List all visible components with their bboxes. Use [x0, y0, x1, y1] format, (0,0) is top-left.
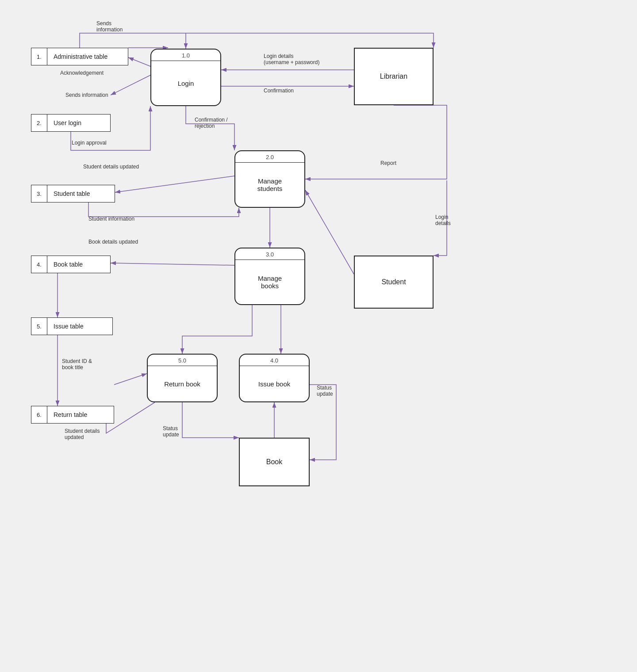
label-sends-info: Sends information [96, 20, 123, 33]
label-login-approval: Login approval [72, 140, 107, 146]
store-administrative: 1. Administrative table [31, 48, 128, 65]
process-return-book-label: Return book [160, 366, 205, 401]
process-manage-books-label: Manage books [253, 260, 286, 304]
entity-book-label: Book [266, 458, 282, 466]
store-user-login-num: 2. [31, 115, 47, 131]
entity-student: Student [354, 256, 434, 309]
store-student-table: 3. Student table [31, 185, 115, 202]
diagram-container: 1.0 Login 2.0 Manage students 3.0 Manage… [0, 0, 637, 672]
label-report: Report [380, 160, 396, 166]
store-issue-table-name: Issue table [47, 323, 90, 330]
svg-line-5 [115, 176, 234, 192]
process-return-book-number: 5.0 [148, 355, 217, 366]
store-book-table: 4. Book table [31, 256, 111, 273]
label-acknowledgement: Acknowledgement [60, 70, 104, 76]
process-issue-book-label: Issue book [254, 366, 295, 401]
svg-line-12 [114, 374, 147, 385]
process-manage-students-number: 2.0 [235, 151, 304, 163]
entity-book: Book [239, 438, 310, 486]
store-student-table-num: 3. [31, 185, 47, 202]
process-manage-students-label: Manage students [253, 163, 287, 207]
process-login-label: Login [173, 61, 199, 105]
process-issue-book: 4.0 Issue book [239, 354, 310, 402]
arrows-svg [0, 0, 637, 672]
store-book-table-name: Book table [47, 261, 89, 268]
label-book-details-updated: Book details updated [88, 239, 138, 245]
label-student-details-updated: Student details updated [83, 164, 139, 170]
process-login: 1.0 Login [150, 49, 221, 106]
process-manage-books: 3.0 Manage books [234, 248, 305, 305]
label-conf-rejection: Confirmation / rejection [195, 117, 228, 129]
store-user-login-name: User login [47, 119, 88, 126]
entity-librarian-label: Librarian [380, 73, 407, 80]
label-login-details2: Login details [435, 214, 451, 226]
label-sends-info2: Sends information [65, 92, 108, 98]
label-status-update1: Status update [163, 425, 179, 438]
store-administrative-name: Administrative table [47, 53, 114, 60]
svg-line-8 [305, 190, 354, 274]
store-user-login: 2. User login [31, 114, 111, 132]
label-login-details: Login details (username + password) [264, 53, 319, 65]
label-student-id: Student ID & book title [62, 358, 92, 370]
store-issue-table: 5. Issue table [31, 317, 113, 335]
store-return-table-name: Return table [47, 411, 93, 418]
label-student-info: Student information [88, 216, 134, 222]
label-status-update2: Status update [317, 385, 333, 397]
process-issue-book-number: 4.0 [240, 355, 309, 366]
store-return-table: 6. Return table [31, 406, 114, 424]
store-book-table-num: 4. [31, 256, 47, 273]
store-administrative-num: 1. [31, 48, 47, 65]
store-return-table-num: 6. [31, 406, 47, 423]
store-issue-table-num: 5. [31, 318, 47, 335]
svg-line-6 [111, 263, 234, 265]
store-student-table-name: Student table [47, 190, 96, 197]
process-login-number: 1.0 [151, 50, 220, 61]
svg-line-1 [128, 57, 150, 66]
svg-line-2 [111, 75, 150, 95]
label-student-details-updated2: Student details updated [65, 428, 100, 440]
process-return-book: 5.0 Return book [147, 354, 218, 402]
process-manage-students: 2.0 Manage students [234, 150, 305, 208]
entity-student-label: Student [381, 278, 406, 286]
label-confirmation: Confirmation [264, 88, 294, 94]
process-manage-books-number: 3.0 [235, 248, 304, 260]
entity-librarian: Librarian [354, 48, 434, 105]
